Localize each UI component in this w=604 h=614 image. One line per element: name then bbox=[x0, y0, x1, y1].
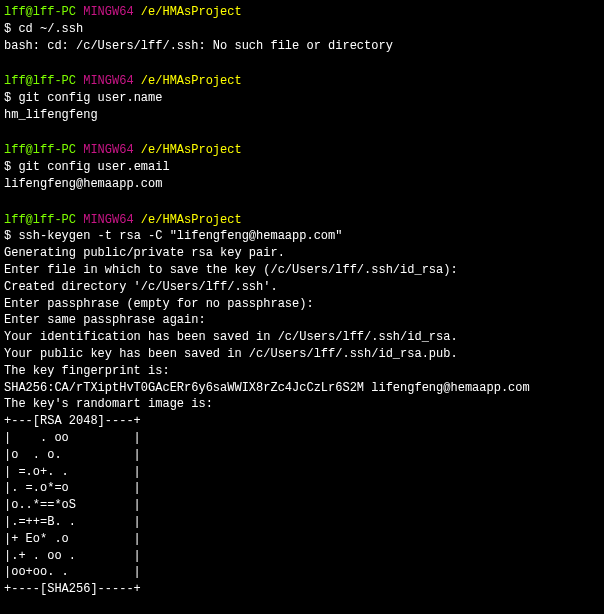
output-text: hm_lifengfeng bbox=[4, 107, 600, 124]
output-text: Enter passphrase (empty for no passphras… bbox=[4, 296, 600, 313]
randomart-line: |.+ . oo . | bbox=[4, 548, 600, 565]
output-text: bash: cd: /c/Users/lff/.ssh: No such fil… bbox=[4, 38, 600, 55]
command-line: $ git config user.name bbox=[4, 90, 600, 107]
randomart-line: | =.o+. . | bbox=[4, 464, 600, 481]
randomart-line: |. =.o*=o | bbox=[4, 480, 600, 497]
command-line: $ git config user.email bbox=[4, 159, 600, 176]
randomart-line: | . oo | bbox=[4, 430, 600, 447]
command-line: $ cd ~/.ssh bbox=[4, 21, 600, 38]
output-text: Your identification has been saved in /c… bbox=[4, 329, 600, 346]
output-text: Created directory '/c/Users/lff/.ssh'. bbox=[4, 279, 600, 296]
prompt-line: lff@lff-PC MINGW64 /e/HMAsProject bbox=[4, 212, 600, 229]
prompt-user: lff@lff-PC bbox=[4, 5, 76, 19]
prompt-line: lff@lff-PC MINGW64 /e/HMAsProject bbox=[4, 4, 600, 21]
output-text: Your public key has been saved in /c/Use… bbox=[4, 346, 600, 363]
output-text: The key's randomart image is: bbox=[4, 396, 600, 413]
command-text: git config user.name bbox=[18, 91, 162, 105]
randomart-line: |o..*==*oS | bbox=[4, 497, 600, 514]
output-text: Enter file in which to save the key (/c/… bbox=[4, 262, 600, 279]
prompt-path: /e/HMAsProject bbox=[141, 5, 242, 19]
output-text: lifengfeng@hemaapp.com bbox=[4, 176, 600, 193]
randomart-line: +----[SHA256]-----+ bbox=[4, 581, 600, 598]
randomart-line: |+ Eo* .o | bbox=[4, 531, 600, 548]
randomart-line: |.=++=B. . | bbox=[4, 514, 600, 531]
command-text: ssh-keygen -t rsa -C "lifengfeng@hemaapp… bbox=[18, 229, 342, 243]
terminal-output[interactable]: lff@lff-PC MINGW64 /e/HMAsProject $ cd ~… bbox=[4, 4, 600, 614]
output-text: Enter same passphrase again: bbox=[4, 312, 600, 329]
command-text: git config user.email bbox=[18, 160, 169, 174]
prompt-line: lff@lff-PC MINGW64 /e/HMAsProject bbox=[4, 142, 600, 159]
randomart-line: |oo+oo. . | bbox=[4, 564, 600, 581]
prompt-line: lff@lff-PC MINGW64 /e/HMAsProject bbox=[4, 73, 600, 90]
output-text: Generating public/private rsa key pair. bbox=[4, 245, 600, 262]
randomart-line: |o . o. | bbox=[4, 447, 600, 464]
command-text: cd ~/.ssh bbox=[18, 22, 83, 36]
randomart-line: +---[RSA 2048]----+ bbox=[4, 413, 600, 430]
prompt-host: MINGW64 bbox=[83, 5, 133, 19]
command-line: $ ssh-keygen -t rsa -C "lifengfeng@hemaa… bbox=[4, 228, 600, 245]
output-text: SHA256:CA/rTXiptHvT0GAcERr6y6saWWIX8rZc4… bbox=[4, 380, 600, 397]
output-text: The key fingerprint is: bbox=[4, 363, 600, 380]
